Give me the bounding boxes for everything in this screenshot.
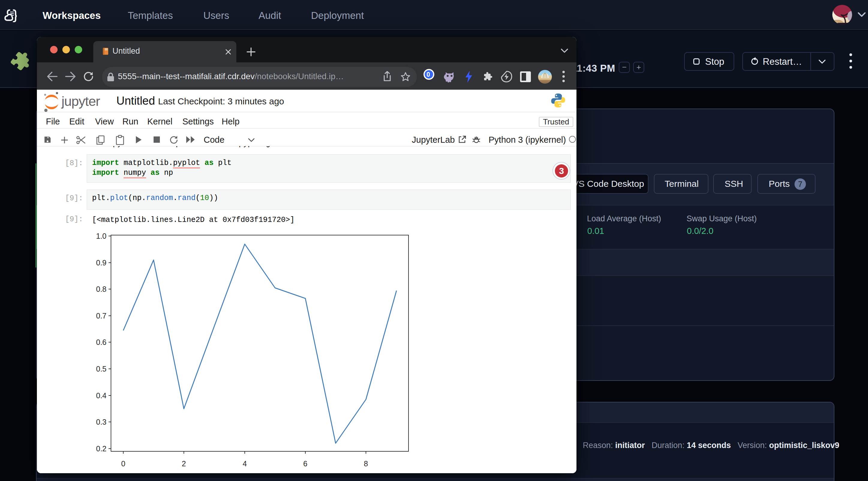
svg-text:0.7: 0.7	[96, 312, 106, 320]
svg-text:0.3: 0.3	[96, 418, 106, 426]
svg-text:0.2: 0.2	[96, 444, 106, 453]
svg-text:0.5: 0.5	[96, 365, 106, 373]
svg-text:8: 8	[364, 459, 368, 468]
svg-text:6: 6	[303, 459, 307, 468]
svg-text:0.9: 0.9	[96, 258, 106, 267]
svg-text:0.8: 0.8	[96, 285, 106, 293]
svg-text:0.6: 0.6	[96, 338, 106, 346]
svg-text:0.4: 0.4	[96, 391, 106, 400]
svg-text:1.0: 1.0	[96, 232, 106, 240]
svg-text:4: 4	[243, 459, 247, 468]
svg-text:2: 2	[182, 459, 186, 468]
svg-text:0: 0	[121, 459, 125, 468]
